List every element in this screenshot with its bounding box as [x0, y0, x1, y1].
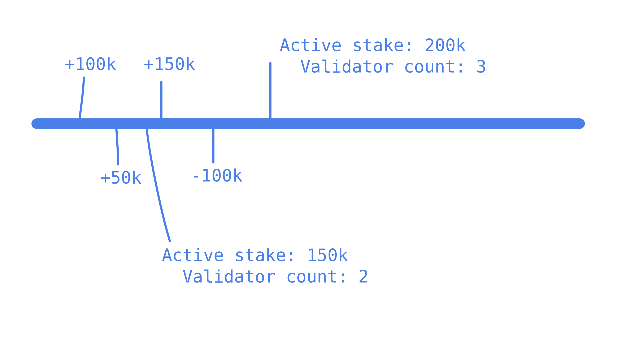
label-info-3-stake: Active stake: 200k	[280, 35, 466, 55]
label-event-4: -100k	[191, 166, 242, 186]
label-info-3-count: Validator count: 3	[300, 56, 486, 76]
timeline-bar	[32, 118, 585, 129]
label-info-4-count: Validator count: 2	[182, 266, 369, 286]
tick-event-3	[116, 129, 118, 164]
tick-event-1	[80, 78, 84, 118]
label-event-1: +100k	[64, 54, 116, 74]
label-event-3: +50k	[100, 168, 142, 188]
label-info-4-stake: Active stake: 150k	[162, 245, 348, 265]
timeline-diagram: +100k +150k Active stake: 200k Validator…	[0, 0, 644, 355]
label-event-2: +150k	[144, 54, 196, 74]
tick-info-4	[147, 129, 170, 241]
